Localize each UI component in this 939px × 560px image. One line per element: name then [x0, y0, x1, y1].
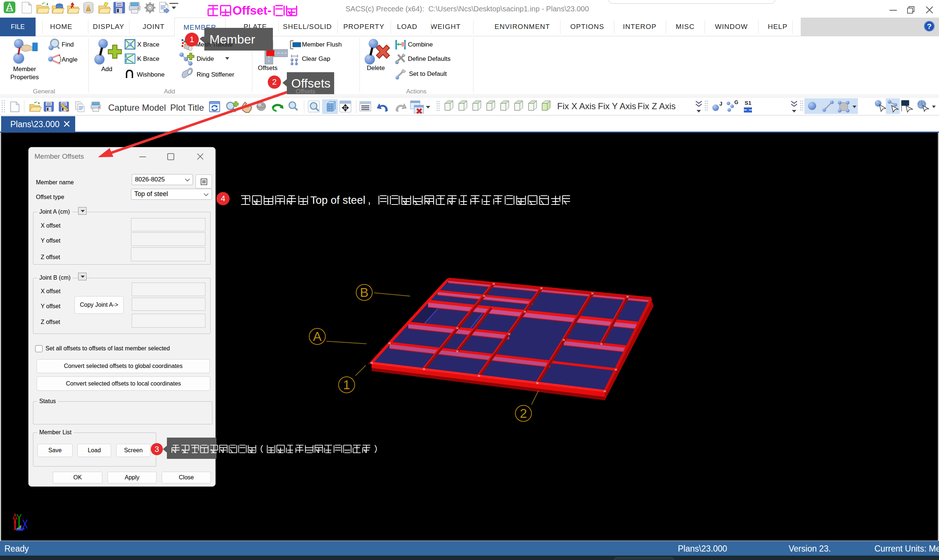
svg-text:Top of steel: Top of steel — [310, 194, 365, 206]
